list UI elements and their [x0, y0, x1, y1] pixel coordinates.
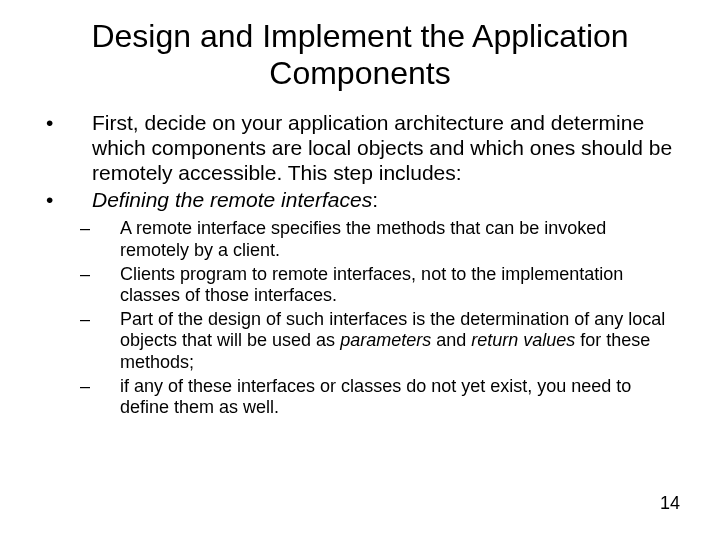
bullet-level2: –Clients program to remote interfaces, n…: [40, 264, 680, 307]
bullet-level2: –A remote interface specifies the method…: [40, 218, 680, 261]
page-number: 14: [660, 493, 680, 514]
bullet-level1: •Defining the remote interfaces:: [40, 187, 680, 212]
bullet-text: Part of the design of such interfaces is…: [92, 309, 680, 374]
bullet-text: Defining the remote interfaces:: [92, 187, 680, 212]
bullet-marker: •: [40, 187, 92, 212]
bullet-marker: •: [40, 110, 92, 186]
bullet-text: First, decide on your application archit…: [92, 110, 680, 186]
bullet-text: A remote interface specifies the methods…: [92, 218, 680, 261]
bullet-list: •First, decide on your application archi…: [40, 110, 680, 419]
sub-bullet-list: –A remote interface specifies the method…: [40, 218, 680, 418]
bullet-marker: –: [40, 309, 92, 374]
bullet-text: if any of these interfaces or classes do…: [92, 376, 680, 419]
slide-title: Design and Implement the Application Com…: [40, 18, 680, 92]
bullet-marker: –: [40, 218, 92, 261]
bullet-marker: –: [40, 376, 92, 419]
bullet-level1: •First, decide on your application archi…: [40, 110, 680, 186]
bullet-text: Clients program to remote interfaces, no…: [92, 264, 680, 307]
bullet-level2: –Part of the design of such interfaces i…: [40, 309, 680, 374]
bullet-level2: –if any of these interfaces or classes d…: [40, 376, 680, 419]
bullet-marker: –: [40, 264, 92, 307]
